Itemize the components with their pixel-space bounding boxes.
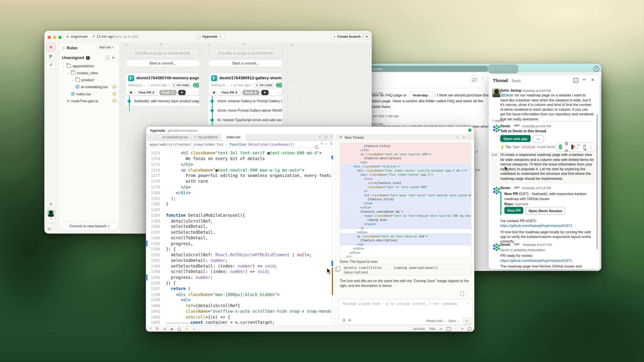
code-line[interactable]: 1373 <h2 className="text-3xl font-serif …: [146, 150, 331, 156]
timestamp[interactable]: Yesterday at 6:06 PM: [522, 89, 551, 92]
panel-icon[interactable]: ◫: [290, 43, 293, 47]
ci-status-badge[interactable]: ✓Passed: [193, 83, 199, 87]
code-line[interactable]: 1375 </h2>: [146, 162, 331, 167]
drag-handle-icon[interactable]: ⠿: [160, 43, 162, 47]
code-line[interactable]: 1394 scrollToDetail: (index: number) => …: [146, 269, 331, 275]
checklist-icon[interactable]: ≔: [582, 77, 586, 82]
open-in-window-icon[interactable]: ↗: [574, 78, 578, 82]
new-thread-icon[interactable]: +: [456, 135, 458, 139]
code-editor[interactable]: 1373 <h2 className="text-3xl font-serif …: [146, 150, 331, 326]
review-button[interactable]: ⊕: [128, 90, 134, 95]
rail-workspace-button[interactable]: π: [46, 43, 56, 51]
rail-history-button[interactable]: ↺: [46, 61, 56, 69]
feedback-button[interactable]: ✉: [48, 227, 51, 232]
more-icon[interactable]: ⋯: [469, 135, 472, 139]
code-line[interactable]: 1390}: {: [146, 246, 331, 252]
rail-branches-button[interactable]: [46, 52, 56, 60]
author-name[interactable]: Devin: [500, 186, 510, 190]
review-button[interactable]: ⊕: [211, 90, 217, 95]
workspace-status-icon[interactable]: [468, 129, 472, 132]
code-line[interactable]: 1383: [146, 207, 331, 212]
branch-card[interactable]: devin/1764380912-gallery-shortcuts Nothi…: [208, 73, 282, 96]
view-pr-button[interactable]: View PR: [219, 90, 241, 95]
help-icon[interactable]: ?: [594, 66, 599, 72]
back-icon[interactable]: ←: [148, 135, 152, 139]
close-window-icon[interactable]: [48, 36, 51, 39]
open-web-app-button[interactable]: Open web app: [500, 135, 530, 142]
code-line[interactable]: 1392 selectedDetail: number;: [146, 258, 331, 263]
code-line[interactable]: 1399 <div: [146, 297, 331, 303]
devin-avatar[interactable]: [492, 243, 501, 252]
code-line[interactable]: 1396}) {: [146, 280, 331, 286]
lane-menu-icon[interactable]: ⋯: [195, 43, 198, 47]
expand-icon[interactable]: ⤢: [330, 135, 332, 139]
panel-icon[interactable]: ◫: [208, 43, 210, 47]
panel-icon[interactable]: ◫: [124, 43, 128, 47]
lane-menu-icon[interactable]: ⋯: [278, 43, 281, 47]
view-pr-button[interactable]: View PR: [504, 207, 523, 214]
code-line[interactable]: 1374 We focus on every bit of details: [146, 156, 331, 162]
message-input[interactable]: Message Claude Code — @ to include conte…: [338, 299, 473, 325]
devin-avatar[interactable]: [492, 124, 501, 133]
file-tree-item[interactable]: index.tsx: [60, 90, 118, 97]
language-mode[interactable]: TSX: [429, 327, 435, 331]
timestamp[interactable]: 6:07: [492, 153, 498, 157]
code-line[interactable]: 1398 <div className="max-[800px]:block h…: [146, 292, 331, 297]
commit-row[interactable]: fix: resolve TypeScript errors and add r…: [208, 115, 282, 124]
commit-row[interactable]: feat(web): add memory layer product page: [125, 96, 199, 105]
custom-emoji-reaction[interactable]: [571, 144, 574, 149]
list-view-toggle[interactable]: ≡: [105, 55, 110, 60]
settings-button[interactable]: ◎: [46, 200, 56, 208]
code-line[interactable]: 1395 progress: number;: [146, 275, 331, 280]
code-line[interactable]: 1376 <p className="■text-neutral-600 max…: [146, 167, 331, 173]
send-button[interactable]: ▷: [463, 317, 471, 324]
start-commit-button[interactable]: Start a commit...: [125, 59, 200, 67]
code-line[interactable]: 1387 setSelectedDetail,: [146, 229, 331, 235]
more-actions-button[interactable]: ⋯: [533, 135, 544, 143]
history-icon[interactable]: ≍: [462, 135, 465, 139]
link[interactable]: https://github.com/fastrepl/hyprnote/pul…: [500, 259, 572, 263]
commit-to-new-branch-button[interactable]: Commit to new branch +: [60, 223, 119, 230]
horizontal-scrollbar[interactable]: [166, 322, 193, 324]
code-line[interactable]: 1402 onScroll={(e) => {: [146, 314, 331, 320]
traffic-lights[interactable]: [48, 33, 64, 41]
date-pill[interactable]: Yesterday⌄: [409, 92, 434, 99]
mention[interactable]: @Devin: [500, 93, 514, 97]
new-tab-icon[interactable]: +: [319, 135, 321, 139]
open-devin-session-button[interactable]: Open Devin Session: [526, 207, 565, 215]
code-line[interactable]: 1388 scrollToDetail,: [146, 235, 331, 241]
code-line[interactable]: 1393 setSelectedDetail: (index: number) …: [146, 263, 331, 269]
card-menu-icon[interactable]: ⋯: [276, 91, 279, 94]
code-line[interactable]: 1381 );: [146, 195, 331, 201]
drag-handle-icon[interactable]: ⠿: [243, 43, 246, 47]
code-line[interactable]: 1378 with care: [146, 179, 331, 184]
file-tree-item[interactable]: ⌄routes/_view: [60, 69, 118, 76]
pr-badge[interactable]: PR #1981: [171, 82, 192, 88]
code-line[interactable]: 1384function DetailsMobileCarousel({: [146, 212, 331, 218]
edit-icon[interactable]: ✎: [320, 142, 323, 146]
lane-menu-icon[interactable]: ⋯: [362, 43, 365, 47]
timestamp[interactable]: Yesterday at 6:15 PM: [522, 186, 551, 190]
model-select[interactable]: Opus ⌄: [448, 319, 459, 323]
view-pr-button[interactable]: View PR: [136, 90, 158, 95]
zoom-window-icon[interactable]: [58, 36, 62, 39]
scrollbar[interactable]: [331, 148, 334, 326]
add-reaction-icon[interactable]: ☺+: [577, 143, 580, 151]
outline-icon[interactable]: ≣: [164, 327, 166, 331]
tree-view-toggle[interactable]: ⊟: [110, 55, 116, 60]
code-line[interactable]: 1386 selectedDetail,: [146, 224, 331, 229]
slack-search-input[interactable]: Search Fastrepl: [367, 66, 488, 72]
ai-button[interactable]: ✦: [261, 90, 268, 95]
tab-no-problems[interactable]: ✓No problems: [192, 134, 221, 140]
code-line[interactable]: 1391 detailsScrollRef: React.RefObject<H…: [146, 252, 331, 258]
minimize-window-icon[interactable]: [53, 36, 56, 39]
account-icon[interactable]: ◉: [170, 327, 173, 331]
author-name[interactable]: Devin: [500, 243, 510, 247]
scroll-up-icon[interactable]: ↑: [466, 291, 468, 295]
split-editor-icon[interactable]: ◫: [324, 135, 328, 139]
commit-row[interactable]: chore: rename Gallery to Prompt Gallery …: [208, 96, 282, 105]
card-menu-icon[interactable]: ⋯: [193, 91, 196, 94]
branch-icon[interactable]: [156, 327, 159, 331]
devin-avatar[interactable]: [492, 186, 501, 195]
branch-name[interactable]: devin/1764380749-memory-page: [136, 75, 199, 80]
